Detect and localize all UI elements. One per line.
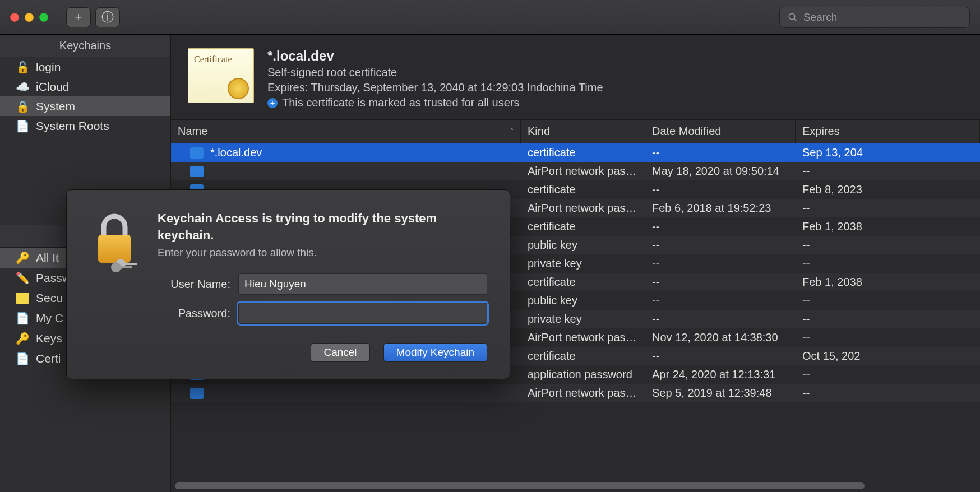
cell-kind: certificate [521, 183, 645, 196]
detail-title: *.local.dev [267, 48, 603, 64]
horizontal-scrollbar[interactable] [172, 481, 973, 491]
dialog-subtitle: Enter your password to allow this. [158, 247, 487, 259]
category-label: My C [36, 312, 63, 325]
detail-expires: Expires: Thursday, September 13, 2040 at… [267, 81, 603, 94]
add-button[interactable]: + [66, 7, 91, 27]
cell-expires: -- [796, 387, 980, 400]
search-icon [788, 12, 798, 22]
info-icon: ⓘ [101, 9, 114, 26]
sidebar-header-keychains: Keychains [0, 35, 170, 57]
cell-date: -- [645, 313, 796, 326]
detail-kind: Self-signed root certificate [267, 66, 603, 79]
category-label: Certi [36, 352, 61, 365]
cell-kind: private key [521, 313, 645, 326]
col-expires[interactable]: Expires [796, 120, 980, 143]
col-date-modified[interactable]: Date Modified [645, 120, 796, 143]
cell-kind: public key [521, 239, 645, 252]
username-input[interactable] [238, 273, 487, 295]
svg-rect-2 [98, 235, 131, 263]
svg-point-0 [789, 13, 795, 20]
username-label: User Name: [158, 278, 230, 291]
certificate-thumbnail-icon: Certificate [188, 48, 254, 103]
certificate-detail: Certificate *.local.dev Self-signed root… [171, 35, 980, 120]
cell-kind: certificate [521, 220, 645, 233]
dialog-title: Keychain Access is trying to modify the … [158, 210, 487, 243]
row-icon [190, 147, 204, 159]
sidebar-item-label: System Roots [36, 119, 109, 133]
minimize-window-button[interactable] [25, 13, 34, 22]
table-header: Name ˄ Kind Date Modified Expires [171, 120, 980, 143]
cell-kind: AirPort network pass... [521, 331, 645, 344]
cell-date: Sep 5, 2019 at 12:39:48 [645, 387, 796, 400]
keys-icon: 🔑 [16, 251, 29, 264]
trust-plus-icon: + [267, 98, 278, 108]
cell-date: -- [645, 294, 796, 307]
lock-keys-icon [89, 210, 140, 272]
cell-date: -- [645, 220, 796, 233]
cell-date: -- [645, 183, 796, 196]
note-icon [16, 293, 29, 304]
col-kind[interactable]: Kind [521, 120, 645, 143]
cell-expires: -- [796, 313, 980, 326]
plus-icon: + [75, 10, 82, 25]
sort-asc-icon: ˄ [510, 128, 514, 136]
cancel-button[interactable]: Cancel [311, 343, 369, 362]
cell-date: Apr 24, 2020 at 12:13:31 [645, 368, 796, 381]
category-label: Passw [36, 271, 71, 285]
svg-line-1 [794, 18, 797, 21]
unlock-icon: 🔓 [16, 61, 29, 74]
cell-kind: certificate [521, 276, 645, 289]
table-row[interactable]: AirPort network pass...Sep 5, 2019 at 12… [171, 384, 980, 402]
cell-kind: public key [521, 294, 645, 307]
detail-trust: This certificate is marked as trusted fo… [282, 96, 519, 109]
password-label: Password: [158, 307, 230, 320]
category-label: Keys [36, 332, 62, 345]
cell-expires: -- [796, 257, 980, 270]
zoom-window-button[interactable] [39, 13, 48, 22]
category-label: Secu [36, 291, 63, 305]
lock-icon: 🔒 [16, 100, 29, 113]
table-row[interactable]: AirPort network pass...May 18, 2020 at 0… [171, 162, 980, 180]
cell-date: -- [645, 350, 796, 363]
cell-expires: Feb 8, 2023 [796, 183, 980, 196]
search-field[interactable]: Search [779, 7, 970, 28]
sidebar-item-label: iCloud [36, 80, 70, 94]
row-icon [190, 388, 204, 399]
sidebar-item-label: login [36, 61, 61, 74]
keychain-login[interactable]: 🔓 login [0, 57, 170, 77]
cell-kind: AirPort network pass... [521, 202, 645, 215]
pencil-icon: ✏️ [16, 271, 29, 285]
svg-rect-4 [124, 263, 137, 265]
certificate-icon: 📄 [16, 352, 29, 365]
cell-kind: certificate [521, 350, 645, 363]
scrollbar-thumb[interactable] [175, 482, 865, 489]
toolbar: + ⓘ Search [0, 0, 980, 35]
table-row[interactable]: *.local.devcertificate--Sep 13, 204 [171, 143, 980, 162]
cell-kind: AirPort network pass... [521, 165, 645, 178]
cell-expires: Feb 1, 2038 [796, 276, 980, 289]
svg-rect-6 [120, 266, 132, 268]
cloud-icon: ☁️ [16, 80, 29, 94]
cell-date: -- [645, 239, 796, 252]
cell-expires: Feb 1, 2038 [796, 220, 980, 233]
col-name[interactable]: Name ˄ [171, 120, 521, 143]
keychain-system-roots[interactable]: 📄 System Roots [0, 116, 170, 136]
sidebar-item-label: System [36, 100, 75, 113]
search-placeholder: Search [803, 11, 837, 24]
cell-date: -- [645, 146, 796, 159]
row-icon [190, 166, 204, 177]
info-button[interactable]: ⓘ [95, 7, 120, 27]
cell-kind: application password [521, 368, 645, 381]
cell-expires: -- [796, 165, 980, 178]
keychain-icloud[interactable]: ☁️ iCloud [0, 77, 170, 96]
password-input[interactable] [238, 303, 487, 324]
cell-expires: Oct 15, 202 [796, 350, 980, 363]
cell-kind: certificate [521, 146, 645, 159]
key-icon: 🔑 [16, 332, 29, 345]
window-traffic-lights [10, 13, 48, 22]
modify-keychain-button[interactable]: Modify Keychain [383, 343, 487, 362]
cell-date: -- [645, 276, 796, 289]
close-window-button[interactable] [10, 13, 19, 22]
cell-kind: private key [521, 257, 645, 270]
keychain-system[interactable]: 🔒 System [0, 96, 170, 116]
